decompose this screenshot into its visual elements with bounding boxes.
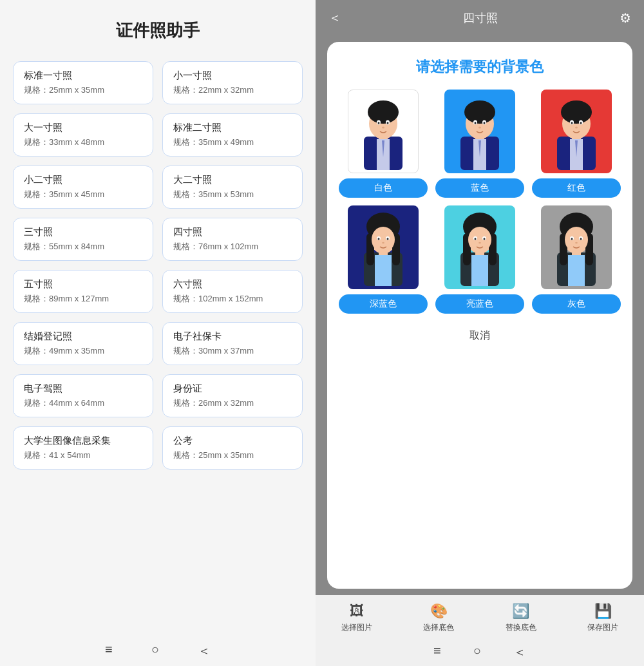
svg-point-53 xyxy=(468,227,491,252)
card-title: 结婚登记照 xyxy=(24,330,142,343)
svg-point-21 xyxy=(478,127,481,129)
right-menu-icon[interactable]: ≡ xyxy=(433,643,441,661)
left-menu-icon[interactable]: ≡ xyxy=(105,642,113,660)
svg-point-40 xyxy=(372,227,395,252)
svg-point-69 xyxy=(571,238,573,240)
left-nav: ≡ ○ ＜ xyxy=(13,633,303,666)
photo-card-card-15[interactable]: 大学生图像信息采集 规格：41 x 54mm xyxy=(13,426,153,470)
svg-point-20 xyxy=(484,122,486,124)
bg-label-btn-dark-blue[interactable]: 深蓝色 xyxy=(339,294,428,314)
bg-label-btn-gray[interactable]: 灰色 xyxy=(532,294,621,314)
svg-point-66 xyxy=(565,227,588,252)
toolbar-icon-select-bg: 🎨 xyxy=(430,603,448,620)
bg-option-gray[interactable]: 灰色 xyxy=(532,205,621,314)
photo-card-card-2[interactable]: 小一寸照 规格：22mm x 32mm xyxy=(162,61,303,104)
bg-photo-light-blue xyxy=(444,205,515,289)
card-title: 电子社保卡 xyxy=(173,330,292,343)
svg-point-44 xyxy=(387,238,389,240)
card-spec: 规格：35mm x 45mm xyxy=(24,189,142,200)
bg-option-blue[interactable]: 蓝色 xyxy=(435,90,524,198)
photo-card-card-9[interactable]: 五寸照 规格：89mm x 127mm xyxy=(13,270,153,313)
card-title: 四寸照 xyxy=(173,226,292,238)
cancel-button[interactable]: 取消 xyxy=(469,329,490,343)
svg-point-19 xyxy=(475,122,477,124)
card-title: 标准二寸照 xyxy=(173,122,292,134)
card-title: 小一寸照 xyxy=(173,70,292,82)
bg-option-red[interactable]: 红色 xyxy=(532,90,621,198)
photo-card-card-7[interactable]: 三寸照 规格：55mm x 84mm xyxy=(13,218,153,261)
bg-photo-blue xyxy=(444,90,515,173)
left-panel: 证件照助手 标准一寸照 规格：25mm x 35mm 小一寸照 规格：22mm … xyxy=(0,0,316,666)
left-title: 证件照助手 xyxy=(116,19,200,42)
settings-icon[interactable]: ⚙ xyxy=(620,10,631,26)
toolbar-item-select-bg[interactable]: 🎨 选择底色 xyxy=(423,603,454,633)
photo-card-card-5[interactable]: 小二寸照 规格：35mm x 45mm xyxy=(13,166,153,209)
card-spec: 规格：102mm x 152mm xyxy=(173,293,292,305)
card-title: 电子驾照 xyxy=(24,383,142,395)
card-spec: 规格：44mm x 64mm xyxy=(24,397,142,409)
svg-point-70 xyxy=(580,238,582,240)
bg-photo-gray xyxy=(541,205,612,289)
card-grid: 标准一寸照 规格：25mm x 35mm 小一寸照 规格：22mm x 32mm… xyxy=(13,61,303,470)
right-back-icon[interactable]: ＜ xyxy=(328,9,341,26)
photo-card-card-12[interactable]: 电子社保卡 规格：30mm x 37mm xyxy=(162,322,303,365)
svg-point-27 xyxy=(561,100,592,124)
card-spec: 规格：55mm x 84mm xyxy=(24,241,142,252)
card-spec: 规格：35mm x 49mm xyxy=(173,137,292,148)
right-home-icon[interactable]: ○ xyxy=(473,643,481,661)
toolbar-item-save-photo[interactable]: 💾 保存图片 xyxy=(587,603,618,633)
right-nav: ≡ ○ ＜ xyxy=(316,637,644,666)
svg-point-10 xyxy=(382,127,384,129)
card-title: 大二寸照 xyxy=(173,174,292,186)
right-toolbar: 🖼 选择图片 🎨 选择底色 🔄 替换底色 💾 保存图片 xyxy=(316,595,644,637)
photo-card-card-10[interactable]: 六寸照 规格：102mm x 152mm xyxy=(162,270,303,313)
svg-point-71 xyxy=(575,242,578,244)
bg-label-btn-light-blue[interactable]: 亮蓝色 xyxy=(435,294,524,314)
bg-photo-dark-blue xyxy=(348,205,419,289)
photo-card-card-8[interactable]: 四寸照 规格：76mm x 102mm xyxy=(162,218,303,261)
card-spec: 规格：30mm x 37mm xyxy=(173,345,292,357)
left-home-icon[interactable]: ○ xyxy=(151,642,159,660)
svg-point-58 xyxy=(478,242,481,244)
bg-label-btn-blue[interactable]: 蓝色 xyxy=(435,178,524,198)
photo-card-card-6[interactable]: 大二寸照 规格：35mm x 53mm xyxy=(162,166,303,209)
toolbar-icon-save-photo: 💾 xyxy=(594,603,612,620)
bg-label-btn-red[interactable]: 红色 xyxy=(532,178,621,198)
svg-point-9 xyxy=(387,122,389,124)
photo-card-card-3[interactable]: 大一寸照 规格：33mm x 48mm xyxy=(13,113,153,157)
photo-card-card-16[interactable]: 公考 规格：25mm x 35mm xyxy=(162,426,303,470)
photo-card-card-11[interactable]: 结婚登记照 规格：49mm x 35mm xyxy=(13,322,153,365)
right-title: 四寸照 xyxy=(341,10,620,26)
card-spec: 规格：76mm x 102mm xyxy=(173,241,292,252)
modal-title: 请选择需要的背景色 xyxy=(416,57,544,77)
modal-card: 请选择需要的背景色 白色 xyxy=(327,42,632,589)
bg-option-white[interactable]: 白色 xyxy=(339,90,428,198)
right-panel: ＜ 四寸照 ⚙ 请选择需要的背景色 白色 xyxy=(316,0,644,666)
photo-card-card-1[interactable]: 标准一寸照 规格：25mm x 35mm xyxy=(13,61,153,104)
bg-photo-white xyxy=(348,90,419,173)
card-spec: 规格：26mm x 32mm xyxy=(173,397,292,409)
photo-card-card-13[interactable]: 电子驾照 规格：44mm x 64mm xyxy=(13,374,153,417)
right-header: ＜ 四寸照 ⚙ xyxy=(316,0,644,35)
left-back-icon[interactable]: ＜ xyxy=(198,642,211,660)
photo-card-card-14[interactable]: 身份证 规格：26mm x 32mm xyxy=(162,374,303,417)
bg-option-dark-blue[interactable]: 深蓝色 xyxy=(339,205,428,314)
toolbar-label-save-photo: 保存图片 xyxy=(587,622,618,633)
card-spec: 规格：35mm x 53mm xyxy=(173,189,292,200)
svg-point-56 xyxy=(475,238,477,240)
card-title: 身份证 xyxy=(173,383,292,395)
toolbar-label-select-photo: 选择图片 xyxy=(341,622,372,633)
toolbar-item-replace-bg[interactable]: 🔄 替换底色 xyxy=(506,603,536,633)
toolbar-item-select-photo[interactable]: 🖼 选择图片 xyxy=(341,603,372,633)
svg-rect-34 xyxy=(375,255,392,286)
right-back-nav-icon[interactable]: ＜ xyxy=(513,643,526,661)
bg-label-btn-white[interactable]: 白色 xyxy=(339,178,428,198)
photo-card-card-4[interactable]: 标准二寸照 规格：35mm x 49mm xyxy=(162,113,303,157)
bg-option-light-blue[interactable]: 亮蓝色 xyxy=(435,205,524,314)
svg-point-32 xyxy=(575,127,578,129)
bg-grid: 白色 蓝色 xyxy=(339,90,621,314)
svg-rect-47 xyxy=(471,255,488,286)
svg-point-31 xyxy=(580,122,582,124)
svg-point-45 xyxy=(382,242,384,244)
svg-point-16 xyxy=(464,100,495,124)
